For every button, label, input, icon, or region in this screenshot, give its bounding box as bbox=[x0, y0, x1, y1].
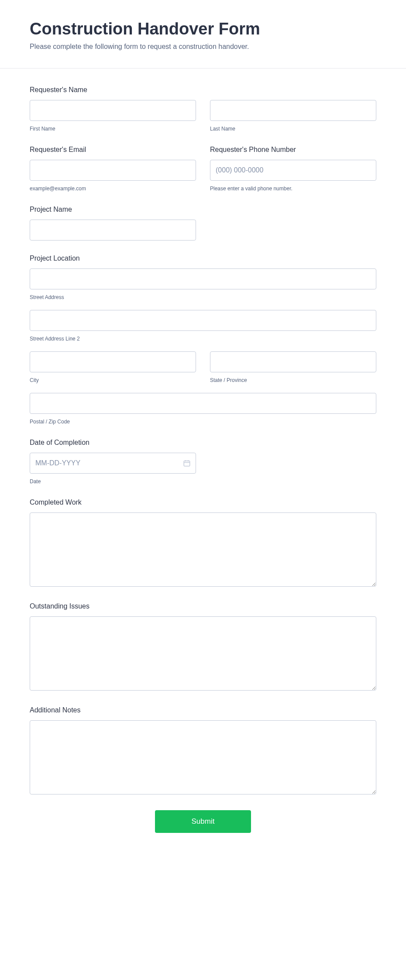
email-phone-row: Requester's Email example@example.com Re… bbox=[30, 146, 376, 192]
date-sublabel: Date bbox=[30, 478, 376, 485]
outstanding-issues-label: Outstanding Issues bbox=[30, 602, 376, 610]
outstanding-issues-group: Outstanding Issues bbox=[30, 602, 376, 692]
additional-notes-label: Additional Notes bbox=[30, 706, 376, 714]
email-input[interactable] bbox=[30, 160, 196, 181]
submit-wrapper: Submit bbox=[30, 810, 376, 833]
completed-work-textarea[interactable] bbox=[30, 512, 376, 587]
street2-sublabel: Street Address Line 2 bbox=[30, 336, 376, 342]
project-name-group: Project Name bbox=[30, 206, 376, 241]
state-sublabel: State / Province bbox=[210, 377, 376, 383]
street-sublabel: Street Address bbox=[30, 294, 376, 300]
date-input[interactable] bbox=[30, 453, 196, 474]
first-name-input[interactable] bbox=[30, 100, 196, 121]
postal-input[interactable] bbox=[30, 393, 376, 414]
project-name-label: Project Name bbox=[30, 206, 376, 213]
project-location-label: Project Location bbox=[30, 254, 376, 262]
project-name-input[interactable] bbox=[30, 220, 196, 241]
first-name-sublabel: First Name bbox=[30, 126, 196, 132]
city-input[interactable] bbox=[30, 351, 196, 372]
phone-input[interactable] bbox=[210, 160, 376, 181]
last-name-input[interactable] bbox=[210, 100, 376, 121]
outstanding-issues-textarea[interactable] bbox=[30, 616, 376, 691]
submit-button[interactable]: Submit bbox=[155, 810, 251, 833]
phone-label: Requester's Phone Number bbox=[210, 146, 376, 154]
completed-work-label: Completed Work bbox=[30, 499, 376, 506]
state-input[interactable] bbox=[210, 351, 376, 372]
date-completion-group: Date of Completion Date bbox=[30, 439, 376, 485]
street-address2-input[interactable] bbox=[30, 310, 376, 331]
page-subtitle: Please complete the following form to re… bbox=[30, 43, 376, 51]
requester-name-label: Requester's Name bbox=[30, 86, 376, 94]
last-name-sublabel: Last Name bbox=[210, 126, 376, 132]
requester-name-group: Requester's Name First Name Last Name bbox=[30, 86, 376, 132]
postal-sublabel: Postal / Zip Code bbox=[30, 419, 376, 425]
form-header: Construction Handover Form Please comple… bbox=[0, 0, 406, 69]
city-sublabel: City bbox=[30, 377, 196, 383]
page-title: Construction Handover Form bbox=[30, 20, 376, 38]
project-location-group: Project Location Street Address Street A… bbox=[30, 254, 376, 425]
phone-sublabel: Please enter a valid phone number. bbox=[210, 186, 376, 192]
email-sublabel: example@example.com bbox=[30, 186, 196, 192]
date-completion-label: Date of Completion bbox=[30, 439, 376, 447]
additional-notes-textarea[interactable] bbox=[30, 720, 376, 794]
completed-work-group: Completed Work bbox=[30, 499, 376, 588]
additional-notes-group: Additional Notes bbox=[30, 706, 376, 796]
email-label: Requester's Email bbox=[30, 146, 196, 154]
form-body: Requester's Name First Name Last Name Re… bbox=[0, 69, 406, 859]
street-address-input[interactable] bbox=[30, 268, 376, 289]
